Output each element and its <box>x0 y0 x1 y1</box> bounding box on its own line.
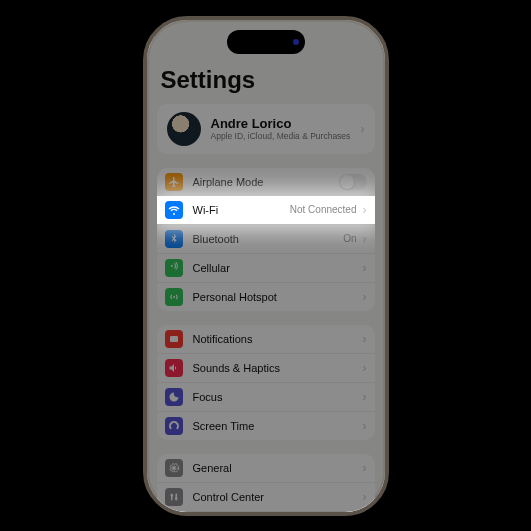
row-focus[interactable]: Focus› <box>157 382 375 411</box>
svg-point-0 <box>173 296 175 298</box>
settings-screen: Settings Andre Lorico Apple ID, iCloud, … <box>147 20 385 512</box>
row-value: Not Connected <box>290 204 357 215</box>
chevron-right-icon: › <box>363 419 367 433</box>
notifications-icon <box>165 330 183 348</box>
chevron-right-icon: › <box>363 290 367 304</box>
avatar <box>167 112 201 146</box>
row-label: Screen Time <box>193 420 359 432</box>
row-label: Focus <box>193 391 359 403</box>
row-label: Cellular <box>193 262 359 274</box>
wifi-icon <box>165 201 183 219</box>
chevron-right-icon: › <box>363 332 367 346</box>
row-cellular[interactable]: Cellular› <box>157 253 375 282</box>
settings-group: Airplane ModeWi-FiNot Connected›Bluetoot… <box>157 168 375 311</box>
row-personal-hotspot[interactable]: Personal Hotspot› <box>157 282 375 311</box>
chevron-right-icon: › <box>363 461 367 475</box>
chevron-right-icon: › <box>363 261 367 275</box>
row-label: Airplane Mode <box>193 176 339 188</box>
svg-point-6 <box>175 497 178 500</box>
profile-subtitle: Apple ID, iCloud, Media & Purchases <box>211 131 357 141</box>
svg-point-5 <box>170 494 173 497</box>
chevron-right-icon: › <box>363 361 367 375</box>
row-general[interactable]: General› <box>157 454 375 482</box>
control-icon <box>165 488 183 506</box>
screentime-icon <box>165 417 183 435</box>
profile-name: Andre Lorico <box>211 116 357 131</box>
row-sounds-haptics[interactable]: Sounds & Haptics› <box>157 353 375 382</box>
row-label: Notifications <box>193 333 359 345</box>
profile-card[interactable]: Andre Lorico Apple ID, iCloud, Media & P… <box>157 104 375 154</box>
toggle[interactable] <box>339 174 367 190</box>
chevron-right-icon: › <box>363 490 367 504</box>
row-label: Control Center <box>193 491 359 503</box>
row-label: Wi-Fi <box>193 204 290 216</box>
row-wi-fi[interactable]: Wi-FiNot Connected› <box>157 196 375 224</box>
svg-point-2 <box>172 466 175 469</box>
dynamic-island <box>227 30 305 54</box>
cellular-icon <box>165 259 183 277</box>
chevron-right-icon: › <box>363 232 367 246</box>
airplane-icon <box>165 173 183 191</box>
page-title: Settings <box>147 62 385 104</box>
row-label: Personal Hotspot <box>193 291 359 303</box>
chevron-right-icon: › <box>363 203 367 217</box>
svg-rect-1 <box>170 336 178 342</box>
chevron-right-icon: › <box>361 122 365 136</box>
phone-frame: Settings Andre Lorico Apple ID, iCloud, … <box>143 16 389 516</box>
row-screen-time[interactable]: Screen Time› <box>157 411 375 440</box>
row-control-center[interactable]: Control Center› <box>157 482 375 511</box>
row-display-brightness[interactable]: ADisplay & Brightness› <box>157 511 375 512</box>
settings-group: Notifications›Sounds & Haptics›Focus›Scr… <box>157 325 375 440</box>
focus-icon <box>165 388 183 406</box>
row-value: On <box>343 233 356 244</box>
sounds-icon <box>165 359 183 377</box>
bluetooth-icon <box>165 230 183 248</box>
row-airplane-mode[interactable]: Airplane Mode <box>157 168 375 196</box>
settings-group: General›Control Center›ADisplay & Bright… <box>157 454 375 512</box>
chevron-right-icon: › <box>363 390 367 404</box>
row-label: General <box>193 462 359 474</box>
row-label: Bluetooth <box>193 233 344 245</box>
hotspot-icon <box>165 288 183 306</box>
row-bluetooth[interactable]: BluetoothOn› <box>157 224 375 253</box>
row-notifications[interactable]: Notifications› <box>157 325 375 353</box>
row-label: Sounds & Haptics <box>193 362 359 374</box>
general-icon <box>165 459 183 477</box>
